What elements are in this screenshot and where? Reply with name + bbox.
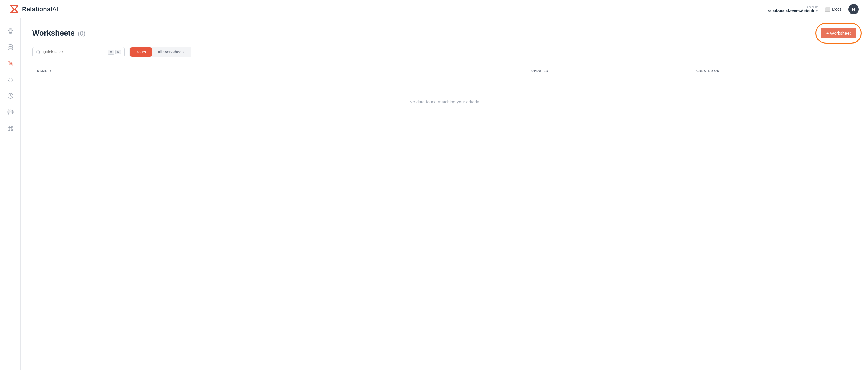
sidebar-item-worksheets[interactable] bbox=[3, 57, 17, 70]
svg-point-1 bbox=[8, 45, 13, 47]
table-body: No data found matching your criteria bbox=[32, 76, 857, 128]
sidebar-item-shortcuts[interactable] bbox=[3, 121, 17, 135]
sidebar-item-history[interactable] bbox=[3, 89, 17, 103]
docs-button[interactable]: ⬜ Docs bbox=[825, 6, 841, 12]
worksheets-table: NAME ↑ UPDATED CREATED ON No data found … bbox=[32, 65, 857, 127]
page-header: Worksheets (0) + Worksheet bbox=[32, 28, 857, 38]
sort-arrow-icon: ↑ bbox=[50, 69, 51, 73]
tab-all-worksheets[interactable]: All Worksheets bbox=[152, 47, 190, 57]
page-title: Worksheets (0) bbox=[32, 29, 86, 37]
kbd-hint: ⌘ K bbox=[108, 50, 121, 55]
docs-label: Docs bbox=[832, 7, 841, 11]
main-content: Worksheets (0) + Worksheet ⌘ bbox=[21, 19, 868, 370]
kbd-key: K bbox=[116, 50, 121, 54]
topnav-right: Account relationalai-team-default ▾ ⬜ Do… bbox=[768, 4, 859, 15]
add-btn-wrapper: + Worksheet bbox=[821, 28, 857, 38]
logo-icon bbox=[9, 4, 20, 15]
sidebar-item-models[interactable] bbox=[3, 24, 17, 38]
logo[interactable]: RelationalAI bbox=[9, 4, 58, 15]
tab-yours[interactable]: Yours bbox=[130, 47, 152, 57]
add-btn-label: + Worksheet bbox=[827, 31, 851, 35]
chip-icon bbox=[7, 28, 13, 34]
col-updated-header[interactable]: UPDATED bbox=[527, 65, 692, 76]
empty-row: No data found matching your criteria bbox=[32, 76, 857, 128]
quick-filter-input[interactable] bbox=[43, 50, 105, 54]
account-selector[interactable]: Account relationalai-team-default ▾ bbox=[768, 5, 818, 13]
topnav: RelationalAI Account relationalai-team-d… bbox=[0, 0, 868, 19]
add-worksheet-button[interactable]: + Worksheet bbox=[821, 28, 857, 38]
search-icon bbox=[36, 50, 40, 54]
col-updated-label: UPDATED bbox=[531, 69, 549, 73]
account-label: Account bbox=[806, 5, 818, 9]
sidebar-item-settings[interactable] bbox=[3, 105, 17, 119]
col-created-header[interactable]: CREATED ON bbox=[692, 65, 857, 76]
kbd-modifier: ⌘ bbox=[108, 50, 114, 55]
docs-icon: ⬜ bbox=[825, 6, 831, 12]
main-layout: Worksheets (0) + Worksheet ⌘ bbox=[0, 19, 868, 370]
clock-icon bbox=[7, 93, 13, 99]
col-name-header[interactable]: NAME ↑ bbox=[32, 65, 527, 76]
code-icon bbox=[7, 77, 13, 83]
sidebar-item-code[interactable] bbox=[3, 73, 17, 87]
tab-group: Yours All Worksheets bbox=[129, 47, 191, 57]
sidebar bbox=[0, 19, 21, 370]
database-icon bbox=[7, 44, 13, 51]
gear-icon bbox=[7, 109, 13, 115]
account-name: relationalai-team-default bbox=[768, 9, 814, 13]
table-header: NAME ↑ UPDATED CREATED ON bbox=[32, 65, 857, 76]
col-created-label: CREATED ON bbox=[696, 69, 720, 73]
sidebar-item-databases[interactable] bbox=[3, 40, 17, 54]
search-box: ⌘ K bbox=[32, 47, 125, 57]
chevron-down-icon: ▾ bbox=[816, 9, 818, 13]
avatar[interactable]: H bbox=[848, 4, 859, 15]
filter-row: ⌘ K Yours All Worksheets bbox=[32, 47, 857, 57]
account-name-row: relationalai-team-default ▾ bbox=[768, 9, 818, 13]
avatar-initials: H bbox=[852, 7, 855, 11]
command-icon bbox=[7, 125, 13, 132]
svg-point-6 bbox=[9, 111, 11, 113]
empty-message: No data found matching your criteria bbox=[32, 76, 857, 127]
worksheet-icon bbox=[7, 60, 13, 67]
col-name-label: NAME bbox=[37, 69, 47, 73]
svg-line-8 bbox=[39, 53, 40, 54]
logo-text: RelationalAI bbox=[22, 5, 58, 13]
svg-rect-0 bbox=[9, 30, 11, 32]
title-text: Worksheets bbox=[32, 29, 75, 37]
count-badge: (0) bbox=[78, 30, 86, 37]
